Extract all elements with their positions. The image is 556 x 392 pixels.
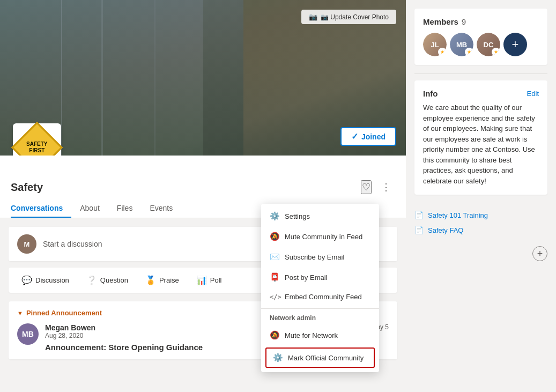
praise-icon: 🏅	[145, 275, 156, 285]
question-icon: ❔	[86, 275, 97, 285]
poll-button[interactable]: 📊 Poll	[192, 273, 226, 287]
edit-info-link[interactable]: Edit	[527, 90, 539, 98]
favorite-button[interactable]: ♡	[361, 180, 372, 194]
mark-official-container: ⚙️ Mark Official Community	[265, 347, 375, 368]
info-description: We care about the quality of our employe…	[423, 102, 539, 186]
tab-about[interactable]: About	[71, 199, 108, 218]
discussion-button[interactable]: 💬 Discussion	[17, 273, 73, 287]
members-card: Members 9 JL ★ MB ★ DC ★ +	[414, 9, 547, 65]
discussion-icon: 💬	[21, 275, 32, 285]
document-icon-2: 📄	[414, 226, 424, 234]
members-count: 9	[462, 17, 466, 26]
poll-icon: 📊	[196, 275, 207, 285]
link-safety-training[interactable]: 📄 Safety 101 Training	[414, 208, 547, 223]
network-admin-label: Network admin	[261, 311, 379, 325]
sidebar: Members 9 JL ★ MB ★ DC ★ +	[406, 0, 556, 392]
official-icon: ⚙️	[273, 353, 283, 363]
members-title: Members	[423, 17, 458, 26]
add-resource-button[interactable]: +	[532, 246, 547, 261]
cover-area: 📷 📷 Update Cover Photo ✓ Joined SAFETYFI…	[0, 0, 406, 156]
dropdown-mark-official[interactable]: ⚙️ Mark Official Community	[266, 349, 374, 367]
embed-icon: </>	[270, 293, 279, 301]
post-email-icon: 📮	[270, 272, 279, 282]
more-options-button[interactable]: ⋮	[377, 179, 395, 195]
dropdown-embed-feed[interactable]: </> Embed Community Feed	[261, 287, 379, 306]
info-title: Info	[423, 89, 438, 98]
dropdown-post-by-email[interactable]: 📮 Post by Email	[261, 267, 379, 287]
question-button[interactable]: ❔ Question	[82, 273, 132, 287]
dropdown-settings[interactable]: ⚙️ Settings	[261, 206, 379, 226]
document-icon: 📄	[414, 211, 424, 219]
dropdown-mute-community[interactable]: 🔕 Mute Community in Feed	[261, 226, 379, 247]
sidebar-links: 📄 Safety 101 Training 📄 Safety FAQ	[414, 203, 547, 242]
add-member-button[interactable]: +	[503, 33, 527, 56]
link-safety-faq[interactable]: 📄 Safety FAQ	[414, 223, 547, 238]
post-author-avatar: MB	[17, 323, 39, 345]
praise-button[interactable]: 🏅 Praise	[141, 273, 183, 287]
member-avatars: JL ★ MB ★ DC ★ +	[423, 33, 539, 56]
member-avatar-2[interactable]: MB ★	[450, 33, 473, 56]
member-avatar-1[interactable]: JL ★	[423, 33, 447, 56]
community-title: Safety	[11, 181, 43, 194]
dropdown-menu: ⚙️ Settings 🔕 Mute Community in Feed ✉️ …	[261, 204, 379, 372]
tab-conversations[interactable]: Conversations	[11, 199, 71, 218]
checkmark-icon: ✓	[351, 131, 358, 142]
tab-events[interactable]: Events	[141, 199, 181, 218]
dropdown-subscribe-email[interactable]: ✉️ Subscribe by Email	[261, 247, 379, 267]
chevron-down-icon: ▼	[17, 310, 23, 316]
email-icon: ✉️	[270, 252, 279, 262]
community-logo: SAFETYFIRST	[13, 123, 61, 156]
member-avatar-3[interactable]: DC ★	[477, 33, 500, 56]
settings-icon: ⚙️	[270, 211, 279, 221]
mute-network-icon: 🔕	[270, 330, 279, 340]
mute-icon: 🔕	[270, 232, 279, 241]
pinned-label: Pinned Announcement	[26, 309, 102, 317]
update-cover-photo-button[interactable]: 📷 📷 Update Cover Photo	[301, 10, 396, 24]
camera-icon: 📷	[309, 13, 317, 21]
tab-files[interactable]: Files	[108, 199, 142, 218]
dropdown-mute-network[interactable]: 🔕 Mute for Network	[261, 325, 379, 345]
joined-button[interactable]: ✓ Joined	[340, 127, 396, 146]
info-card: Info Edit We care about the quality of o…	[414, 80, 547, 195]
user-avatar: M	[17, 234, 36, 254]
discussion-placeholder[interactable]: Start a discussion	[43, 240, 102, 248]
